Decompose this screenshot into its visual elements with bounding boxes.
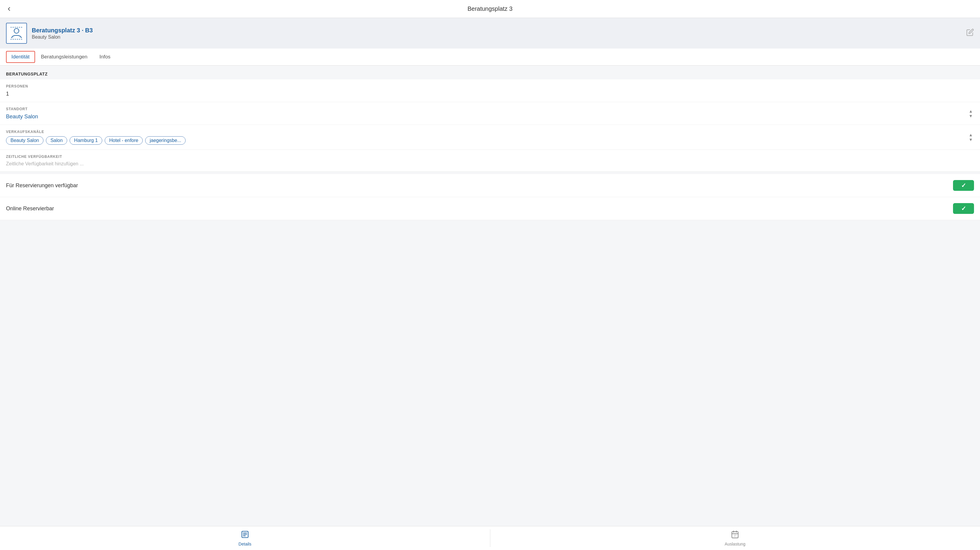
top-bar: Beratungsplatz 3 [0,0,980,18]
tab-identitaet[interactable]: Identität [6,51,35,63]
profile-info: Beratungsplatz 3 · B3 Beauty Salon [32,27,974,40]
beratungsplatz-card: PERSONEN 1 STANDORT Beauty Salon ▲ ▼ VER… [0,79,980,172]
back-button[interactable] [6,6,12,12]
nav-auslastung-label: Auslastung [725,542,746,547]
tag-jaegeringsbe[interactable]: jaegeringsbe... [145,136,186,145]
tabs-bar: Identität Beratungsleistungen Infos [0,49,980,66]
zeitliche-verfuegbarkeit-placeholder: Zeitliche Verfügbarkeit hinzufügen ... [6,161,974,166]
auslastung-icon: 17 [731,530,739,540]
personen-label: PERSONEN [6,84,974,88]
profile-name: Beratungsplatz 3 · B3 [32,27,974,34]
reservierungen-label: Für Reservierungen verfügbar [6,182,78,189]
online-toggle-row: Online Reservierbar ✓ [0,197,980,220]
zeitliche-verfuegbarkeit-field[interactable]: ZEITLICHE VERFÜGBARKEIT Zeitliche Verfüg… [0,150,980,172]
section-heading: BERATUNGSPLATZ [0,66,980,79]
online-toggle[interactable]: ✓ [953,203,974,214]
reservierungen-checkmark: ✓ [961,182,966,189]
verkaufskanaele-label: VERKAUFSKANÄLE [6,130,967,134]
standort-dropdown-button[interactable]: ▲ ▼ [967,108,974,119]
chevron-up-icon2: ▲ [969,133,973,137]
tags-container: Beauty Salon Salon Hamburg 1 Hotel - enf… [6,136,967,145]
svg-text:17: 17 [734,534,737,537]
zeitliche-verfuegbarkeit-label: ZEITLICHE VERFÜGBARKEIT [6,155,974,159]
tab-infos[interactable]: Infos [94,49,117,65]
verkaufskanaele-field: VERKAUFSKANÄLE Beauty Salon Salon Hambur… [0,125,980,150]
reservierungen-toggle-row: Für Reservierungen verfügbar ✓ [0,174,980,197]
personen-field: PERSONEN 1 [0,79,980,102]
bottom-nav: Details 17 Auslastung [0,526,980,550]
avatar [6,23,27,44]
svg-point-0 [14,29,19,33]
main-content: BERATUNGSPLATZ PERSONEN 1 STANDORT Beaut… [0,66,980,250]
standort-value: Beauty Salon [6,114,967,120]
profile-subtitle: Beauty Salon [32,35,974,40]
nav-auslastung[interactable]: 17 Auslastung [490,526,980,550]
tag-salon[interactable]: Salon [46,136,67,145]
nav-details[interactable]: Details [0,526,490,550]
online-label: Online Reservierbar [6,206,54,212]
profile-header: Beratungsplatz 3 · B3 Beauty Salon [0,18,980,49]
reservierungen-toggle[interactable]: ✓ [953,180,974,191]
verkaufskanaele-dropdown-button[interactable]: ▲ ▼ [967,132,974,143]
tab-beratungsleistungen[interactable]: Beratungsleistungen [35,49,94,65]
standort-label: STANDORT [6,107,967,111]
personen-value: 1 [6,91,974,97]
nav-details-label: Details [239,542,251,547]
tag-beauty-salon[interactable]: Beauty Salon [6,136,43,145]
page-title: Beratungsplatz 3 [468,5,512,12]
details-icon [241,530,249,540]
tag-hamburg1[interactable]: Hamburg 1 [70,136,102,145]
chevron-down-icon2: ▼ [969,138,973,142]
toggles-card: Für Reservierungen verfügbar ✓ Online Re… [0,174,980,220]
chevron-down-icon: ▼ [969,114,973,118]
tag-hotel-enfore[interactable]: Hotel - enfore [105,136,143,145]
edit-button[interactable] [966,29,974,38]
standort-field: STANDORT Beauty Salon ▲ ▼ [0,102,980,125]
chevron-up-icon: ▲ [969,109,973,113]
online-checkmark: ✓ [961,205,966,212]
